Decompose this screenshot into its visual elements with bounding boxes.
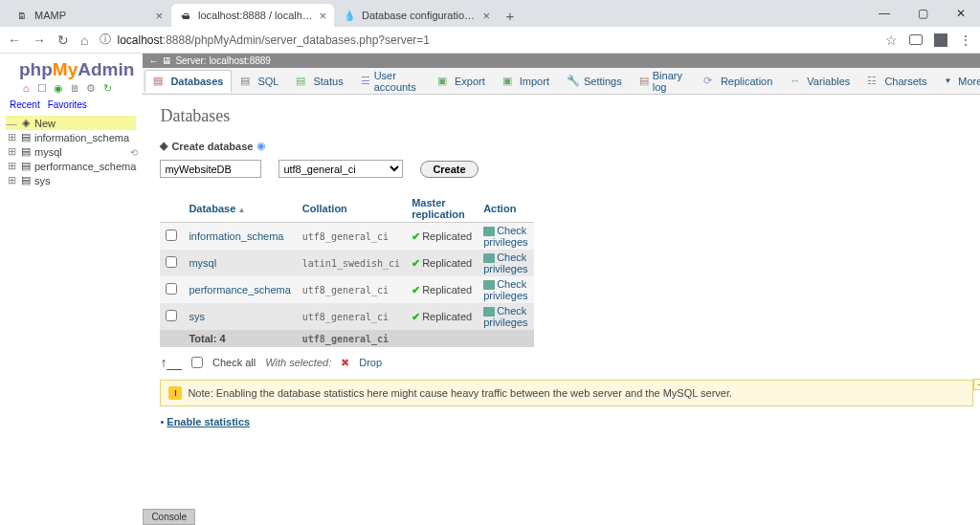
- maximize-button[interactable]: ▢: [903, 7, 942, 20]
- tab-import[interactable]: ▣Import: [494, 70, 558, 93]
- reload-button[interactable]: ↻: [57, 33, 69, 48]
- table-row: performance_schemautf8_general_ci✔Replic…: [160, 276, 533, 303]
- tree-db[interactable]: ⊞▤performance_schema: [6, 159, 136, 173]
- tab-user-accounts[interactable]: ☰User accounts: [352, 65, 429, 98]
- tab-variables[interactable]: ↔Variables: [781, 70, 858, 93]
- bulk-actions: ↑__ Check all With selected: ✖ Drop: [160, 355, 973, 370]
- forward-button[interactable]: →: [33, 33, 46, 48]
- row-checkbox[interactable]: [166, 310, 177, 321]
- drop-link[interactable]: Drop: [359, 357, 382, 368]
- star-icon[interactable]: ☆: [885, 33, 898, 48]
- tree-db[interactable]: ⊞▤information_schema: [6, 130, 136, 144]
- server-label: Server: localhost:8889: [175, 55, 271, 66]
- db-name-link[interactable]: information_schema: [183, 223, 296, 251]
- browser-tab-active[interactable]: 🛳 localhost:8888 / localhost | phpM ×: [171, 4, 334, 27]
- tab-label: Replication: [721, 76, 772, 87]
- close-icon[interactable]: ×: [319, 9, 326, 23]
- check-privileges-link[interactable]: Check privileges: [478, 250, 533, 276]
- doc-icon[interactable]: 🗎: [68, 82, 81, 96]
- col-master-replication[interactable]: Master replication: [406, 195, 478, 223]
- url-host: localhost: [117, 33, 162, 47]
- sidebar: phpMyAdmin ⌂ ☐ ◉ 🗎 ⚙ ↻ Recent Favorites …: [0, 54, 143, 525]
- tab-settings[interactable]: 🔧Settings: [558, 70, 631, 93]
- globe-icon[interactable]: ◉: [52, 82, 65, 96]
- browser-tab-strip: 🗎 MAMP × 🛳 localhost:8888 / localhost | …: [0, 0, 980, 27]
- expand-icon[interactable]: ⊞: [6, 131, 17, 143]
- tab-binary-log[interactable]: ▤Binary log: [631, 65, 695, 98]
- db-name-link[interactable]: mysql: [183, 250, 296, 276]
- tab-more[interactable]: More: [935, 71, 980, 92]
- help-icon[interactable]: ◉: [256, 140, 266, 152]
- browser-tab[interactable]: 💧 Database configuration | Drupal ×: [335, 4, 498, 27]
- page-title: Databases: [160, 106, 973, 126]
- home-icon[interactable]: ⌂: [19, 82, 33, 96]
- back-button[interactable]: ←: [8, 33, 21, 48]
- create-button[interactable]: Create: [420, 161, 478, 178]
- tree-db[interactable]: ⊞▤sys: [6, 173, 136, 187]
- tab-label: Charsets: [884, 76, 926, 87]
- server-back-icon[interactable]: ←: [148, 55, 158, 66]
- export-icon: ▣: [437, 75, 451, 88]
- enable-statistics-link[interactable]: Enable statistics: [167, 416, 250, 427]
- tree-label: New: [34, 118, 56, 129]
- console-button[interactable]: Console: [143, 509, 195, 525]
- pin-icon[interactable]: ⟲: [130, 147, 138, 158]
- gear-icon[interactable]: ☐: [35, 82, 49, 96]
- col-collation[interactable]: Collation: [297, 195, 406, 223]
- info-icon[interactable]: ⓘ: [100, 32, 111, 48]
- status-icon: ▤: [296, 75, 309, 88]
- collapse-hint-icon[interactable]: –: [973, 379, 980, 390]
- row-checkbox[interactable]: [166, 283, 177, 295]
- col-database[interactable]: Database: [183, 195, 296, 223]
- browser-tab[interactable]: 🗎 MAMP ×: [8, 4, 170, 27]
- url-field[interactable]: ⓘ localhost:8888/phpMyAdmin/server_datab…: [100, 32, 874, 48]
- tree-new[interactable]: —◈New: [6, 116, 136, 130]
- expand-icon[interactable]: ⊞: [6, 145, 17, 158]
- expand-icon[interactable]: ⊞: [6, 174, 17, 186]
- db-name-input[interactable]: [160, 160, 261, 178]
- collation-select[interactable]: utf8_general_ci: [278, 160, 403, 178]
- check-privileges-link[interactable]: Check privileges: [478, 303, 533, 330]
- minimize-button[interactable]: —: [865, 7, 903, 20]
- tab-sql[interactable]: ▤SQL: [232, 70, 287, 93]
- db-name-link[interactable]: performance_schema: [183, 276, 296, 303]
- favorites-link[interactable]: Favorites: [48, 99, 87, 110]
- cast-icon[interactable]: [909, 34, 923, 45]
- database-icon: ▤: [19, 145, 33, 158]
- recent-link[interactable]: Recent: [10, 99, 40, 110]
- privileges-icon: [483, 307, 495, 317]
- tab-databases[interactable]: ▤Databases: [145, 70, 232, 93]
- main-tabs: ▤Databases ▤SQL ▤Status ☰User accounts ▣…: [143, 68, 980, 95]
- close-icon[interactable]: ×: [155, 9, 163, 23]
- server-icon: 🖥: [162, 55, 171, 66]
- home-button[interactable]: ⌂: [80, 33, 88, 48]
- total-label: Total: 4: [183, 330, 296, 347]
- menu-icon[interactable]: ⋮: [959, 33, 972, 48]
- new-tab-button[interactable]: +: [499, 4, 522, 27]
- col-action: Action: [478, 195, 533, 223]
- close-window-button[interactable]: ✕: [942, 7, 980, 20]
- refresh-icon[interactable]: ↻: [100, 82, 114, 96]
- tab-charsets[interactable]: ☷Charsets: [858, 70, 935, 93]
- tab-title: localhost:8888 / localhost | phpM: [198, 10, 313, 21]
- expand-icon[interactable]: ⊞: [6, 160, 17, 172]
- tab-status[interactable]: ▤Status: [287, 70, 351, 93]
- check-privileges-link[interactable]: Check privileges: [478, 223, 533, 251]
- check-all-label[interactable]: Check all: [212, 357, 256, 368]
- tree-db[interactable]: ⊞▤mysql: [6, 144, 136, 159]
- close-icon[interactable]: ×: [482, 9, 490, 23]
- check-all-checkbox[interactable]: [191, 357, 203, 368]
- footer-collation: utf8_general_ci: [297, 330, 406, 347]
- row-checkbox[interactable]: [166, 256, 177, 268]
- tab-replication[interactable]: ⟳Replication: [695, 70, 781, 93]
- settings-icon[interactable]: ⚙: [84, 82, 98, 96]
- profile-icon[interactable]: [934, 33, 947, 47]
- table-row: mysqllatin1_swedish_ci✔ReplicatedCheck p…: [160, 250, 533, 276]
- row-checkbox[interactable]: [166, 230, 177, 241]
- database-tree: —◈New ⊞▤information_schema ⊞▤mysql ⊞▤per…: [6, 116, 136, 187]
- tab-export[interactable]: ▣Export: [429, 70, 494, 93]
- sql-icon: ▤: [240, 75, 254, 88]
- check-privileges-link[interactable]: Check privileges: [478, 276, 533, 303]
- db-name-link[interactable]: sys: [183, 303, 296, 330]
- tab-title: MAMP: [34, 10, 149, 21]
